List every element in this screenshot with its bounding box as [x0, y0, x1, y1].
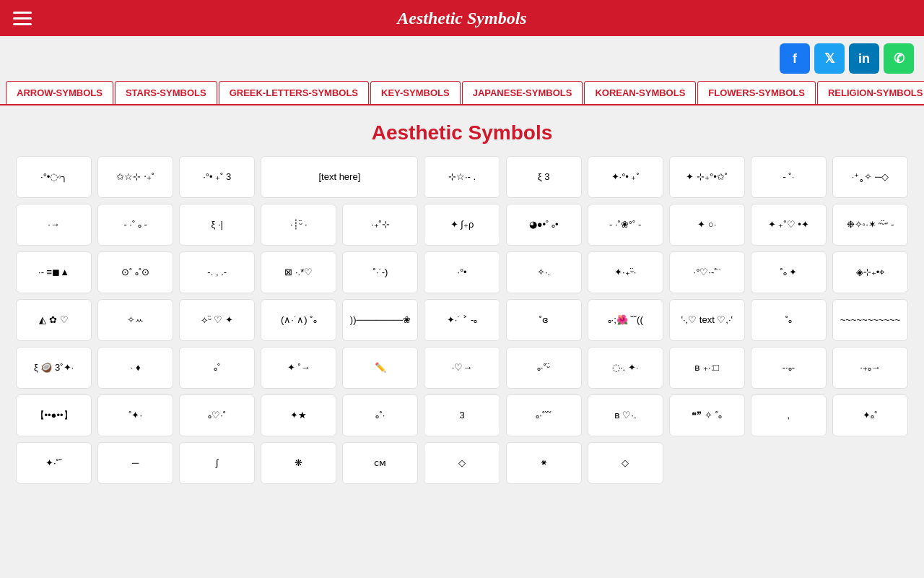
symbol-cell[interactable]: ξ ·|: [179, 204, 255, 246]
symbol-cell[interactable]: - ·˚❀°˚ -: [588, 204, 663, 246]
symbol-cell[interactable]: ❋: [261, 442, 336, 484]
social-bar: f 𝕏 in ✆: [0, 36, 924, 81]
symbol-cell[interactable]: 【••●••】: [16, 394, 92, 436]
symbol-cell[interactable]: ))───────❀: [342, 299, 418, 341]
symbol-cell[interactable]: ✦·°• ₊˚: [588, 156, 663, 198]
symbol-cell[interactable]: ✧ꕀ: [97, 299, 173, 341]
nav-tab-key-symbols[interactable]: KEY-SYMBOLS: [370, 81, 461, 104]
symbol-cell[interactable]: ✦★: [261, 394, 336, 436]
nav-tab-japanese-symbols[interactable]: JAPANESE-SYMBOLS: [462, 81, 583, 104]
symbol-cell[interactable]: ₒ♡·˚: [179, 394, 255, 436]
symbol-cell[interactable]: ◈⊹₊•⌖: [832, 251, 908, 293]
nav-tab-greek-letters-symbols[interactable]: GREEK-LETTERS-SYMBOLS: [219, 81, 369, 104]
symbol-cell[interactable]: ʙ ₊·:□: [669, 347, 745, 389]
symbol-cell[interactable]: ˚·˙-): [342, 251, 418, 293]
page-title: Aesthetic Symbols: [0, 121, 924, 144]
symbol-cell[interactable]: ₒ˚·: [342, 394, 418, 436]
symbol-cell[interactable]: (∧·˙∧) ˚ₒ: [261, 299, 336, 341]
symbol-cell[interactable]: ❝❞ ✧ ˚ₒ: [669, 394, 745, 436]
symbol-cell[interactable]: ξ 🥥 3˚✦·: [16, 347, 92, 389]
symbol-cell[interactable]: ₒ˚: [179, 347, 255, 389]
nav-tabs: ARROW-SYMBOLSSTARS-SYMBOLSGREEK-LETTERS-…: [0, 81, 924, 105]
symbol-cell[interactable]: -·ₒ-: [751, 347, 827, 389]
whatsapp-button[interactable]: ✆: [884, 43, 914, 74]
symbol-cell[interactable]: ⊙˚ ₒ˚⊙: [97, 251, 173, 293]
symbol-cell[interactable]: ·°• ₊˚ 3: [179, 156, 255, 198]
symbol-cell[interactable]: ,: [751, 394, 827, 436]
symbol-cell[interactable]: ✩☆⊹ ‧₊˚: [97, 156, 173, 198]
twitter-button[interactable]: 𝕏: [814, 43, 845, 74]
symbol-cell[interactable]: · ♦: [97, 347, 173, 389]
symbol-cell[interactable]: ◕●•˚ ₒ•: [506, 204, 582, 246]
symbol-cell[interactable]: ◭ ✿ ♡: [16, 299, 92, 341]
symbol-cell[interactable]: ⁕: [506, 442, 582, 484]
symbol-cell[interactable]: ✦·₊ᵕ̈·: [588, 251, 663, 293]
symbol-cell[interactable]: ∫: [179, 442, 255, 484]
symbol-cell[interactable]: ✦ₒ˚: [832, 394, 908, 436]
symbol-cell[interactable]: ◇: [424, 442, 500, 484]
symbol-cell[interactable]: ✏️: [342, 347, 418, 389]
symbol-cell[interactable]: ⊹☆·- .: [424, 156, 500, 198]
symbol-cell[interactable]: ❉✧◦·✶ ˶ᵕ̈˶ -: [832, 204, 908, 246]
symbol-cell[interactable]: ·⁺˳✧ ─◇: [832, 156, 908, 198]
symbol-cell[interactable]: ₒ·˚ᵕ̈: [506, 347, 582, 389]
symbol-cell[interactable]: ·°•: [424, 251, 500, 293]
nav-tab-religion-symbols[interactable]: RELIGION-SYMBOLS: [817, 81, 924, 104]
facebook-button[interactable]: f: [780, 43, 810, 74]
symbol-cell[interactable]: ˚ₒ: [751, 299, 827, 341]
symbol-cell[interactable]: ◇: [588, 442, 663, 484]
symbol-cell[interactable]: ·₊˚⊹: [342, 204, 418, 246]
nav-tab-korean-symbols[interactable]: KOREAN-SYMBOLS: [584, 81, 696, 104]
header-title: Aesthetic Symbols: [397, 9, 526, 28]
symbol-cell[interactable]: ✦ ₊˚♡ •✦: [751, 204, 827, 246]
symbol-cell[interactable]: - ·˚ ₒ -: [97, 204, 173, 246]
page-title-wrap: Aesthetic Symbols: [0, 105, 924, 156]
symbol-cell[interactable]: ·°♡·-˚¨: [669, 251, 745, 293]
symbol-cell[interactable]: ·┊ᵕ̈ ·: [261, 204, 336, 246]
symbol-cell[interactable]: ~~~~~~~~~~~: [832, 299, 908, 341]
symbol-cell[interactable]: ·°•◌◦╮: [16, 156, 92, 198]
symbol-cell[interactable]: -. , .-: [179, 251, 255, 293]
symbol-cell[interactable]: ˚ɞ: [506, 299, 582, 341]
symbol-cell[interactable]: ·- ≡◼▲: [16, 251, 92, 293]
menu-icon[interactable]: [13, 12, 32, 25]
symbol-cell[interactable]: ⊠ ·.*♡: [261, 251, 336, 293]
header: Aesthetic Symbols: [0, 0, 924, 36]
symbol-cell[interactable]: ✧·.: [506, 251, 582, 293]
symbol-cell[interactable]: ˚✦·: [97, 394, 173, 436]
symbol-cell[interactable]: ✦·˚˘: [16, 442, 92, 484]
nav-tab-arrow-symbols[interactable]: ARROW-SYMBOLS: [6, 81, 113, 104]
symbol-cell[interactable]: ✦·˙ ˃ -ₒ: [424, 299, 500, 341]
symbol-cell[interactable]: ✦ ⊹₊°•✩˚: [669, 156, 745, 198]
linkedin-button[interactable]: in: [849, 43, 879, 74]
symbol-cell[interactable]: ·♡→: [424, 347, 500, 389]
symbol-cell[interactable]: - ˚·: [751, 156, 827, 198]
symbol-cell[interactable]: ⟡ᵕ̈ ♡ ✦: [179, 299, 255, 341]
symbol-cell[interactable]: ─: [97, 442, 173, 484]
symbol-cell[interactable]: ᴄᴍ: [342, 442, 418, 484]
symbol-cell[interactable]: ✦ ˚→: [261, 347, 336, 389]
symbol-cell[interactable]: ◌·. ✦·: [588, 347, 663, 389]
symbol-cell[interactable]: ·→: [16, 204, 92, 246]
nav-tab-stars-symbols[interactable]: STARS-SYMBOLS: [115, 81, 217, 104]
symbol-cell[interactable]: 3: [424, 394, 500, 436]
symbol-cell[interactable]: ✦ ∫₊ρ: [424, 204, 500, 246]
symbol-cell[interactable]: '·,♡ text ♡,·': [669, 299, 745, 341]
symbol-cell[interactable]: ✦ ○·: [669, 204, 745, 246]
symbol-cell[interactable]: [text here]: [261, 156, 418, 198]
symbol-cell[interactable]: ξ 3: [506, 156, 582, 198]
symbol-cell[interactable]: ·₊ₒ→: [832, 347, 908, 389]
symbol-cell[interactable]: ʙ ♡·.: [588, 394, 663, 436]
symbol-grid: ·°•◌◦╮✩☆⊹ ‧₊˚·°• ₊˚ 3[text here]⊹☆·- .ξ …: [7, 156, 917, 499]
symbol-cell[interactable]: ₒ·;🌺 ˘˘((: [588, 299, 663, 341]
nav-tab-flowers-symbols[interactable]: FLOWERS-SYMBOLS: [697, 81, 816, 104]
symbol-cell[interactable]: ₒ·˚˘˘: [506, 394, 582, 436]
symbol-cell[interactable]: ˚ₒ ✦: [751, 251, 827, 293]
